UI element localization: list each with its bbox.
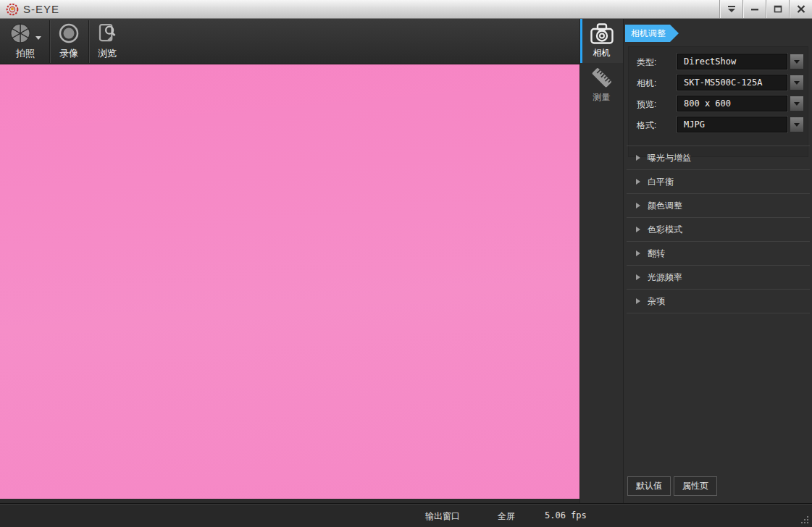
section-label: 光源频率 — [648, 266, 682, 289]
status-fullscreen[interactable]: 全屏 — [498, 510, 515, 523]
field-row-type: 类型: DirectShow — [624, 54, 812, 69]
ruler-icon — [589, 66, 615, 90]
minimize-icon — [750, 6, 759, 13]
section-color-mode[interactable]: 色彩模式 — [627, 217, 810, 241]
camera-field-label: 相机: — [637, 77, 656, 90]
capture-dropdown-arrow-icon[interactable] — [35, 36, 41, 40]
chevron-right-icon — [636, 155, 640, 161]
maximize-button[interactable] — [766, 0, 789, 18]
type-field-label: 类型: — [637, 56, 656, 69]
section-flip[interactable]: 翻转 — [627, 241, 810, 265]
window-menu-button[interactable] — [719, 0, 742, 18]
close-icon — [797, 5, 805, 13]
camera-dropdown-value: SKT-MS500C-125A — [678, 75, 787, 90]
capture-button[interactable]: 拍照 — [4, 21, 47, 62]
tab-camera-label: 相机 — [580, 47, 623, 59]
chevron-right-icon — [636, 203, 640, 208]
section-label: 翻转 — [648, 242, 665, 265]
chevron-right-icon — [636, 179, 640, 185]
section-color-adjust[interactable]: 颜色调整 — [627, 193, 810, 217]
tab-camera[interactable]: 相机 — [580, 19, 623, 63]
section-label: 色彩模式 — [648, 218, 682, 241]
app-window: { "window": { "title": "S-EYE", "control… — [0, 0, 812, 527]
toolbar-separator — [49, 20, 50, 63]
capture-button-label: 拍照 — [4, 47, 47, 60]
tab-measure[interactable]: 测量 — [580, 63, 623, 107]
statusbar: 输出窗口 全屏 5.06 fps — [0, 503, 812, 527]
browse-button-label: 浏览 — [89, 47, 125, 60]
field-row-format: 格式: MJPG — [624, 117, 812, 132]
side-tabstrip: 相机 测量 — [579, 19, 623, 503]
camera-preview — [0, 64, 579, 499]
field-row-camera: 相机: SKT-MS500C-125A — [624, 75, 812, 90]
camera-dropdown[interactable]: SKT-MS500C-125A — [677, 75, 787, 90]
section-label: 曝光与增益 — [648, 146, 691, 169]
resolution-dropdown[interactable]: 800 x 600 — [677, 96, 787, 111]
field-row-resolution: 预览: 800 x 600 — [624, 96, 812, 111]
chevron-right-icon — [636, 250, 640, 256]
settings-panel: 相机调整 类型: DirectShow 相机: SKT-MS500C-125A … — [623, 19, 812, 503]
format-field-label: 格式: — [637, 119, 656, 132]
window-controls — [719, 0, 812, 18]
defaults-button[interactable]: 默认值 — [627, 476, 671, 496]
chevron-right-icon — [636, 298, 640, 304]
type-dropdown[interactable]: DirectShow — [677, 54, 787, 69]
section-label: 杂项 — [648, 290, 665, 313]
app-logo-icon — [6, 3, 19, 16]
record-button-label: 录像 — [51, 47, 87, 60]
status-fps: 5.06 fps — [545, 510, 587, 520]
format-dropdown-value: MJPG — [678, 117, 787, 132]
window-title: S-EYE — [23, 0, 59, 18]
type-dropdown-arrow-button[interactable] — [790, 54, 804, 69]
aperture-icon — [9, 22, 31, 44]
resolution-dropdown-value: 800 x 600 — [678, 96, 787, 111]
properties-button[interactable]: 属性页 — [674, 476, 717, 496]
panel-header-banner: 相机调整 — [625, 25, 670, 42]
minimize-button[interactable] — [742, 0, 766, 18]
format-dropdown-arrow-button[interactable] — [790, 117, 804, 132]
close-button[interactable] — [789, 0, 812, 18]
chevron-right-icon — [636, 274, 640, 280]
window-titlebar[interactable]: S-EYE — [0, 0, 812, 19]
record-button[interactable]: 录像 — [51, 21, 87, 62]
browse-icon — [96, 22, 118, 44]
section-light-frequency[interactable]: 光源频率 — [627, 265, 810, 289]
camera-dropdown-arrow-button[interactable] — [790, 75, 804, 90]
format-dropdown[interactable]: MJPG — [677, 117, 787, 132]
browse-button[interactable]: 浏览 — [89, 21, 125, 62]
chevron-right-icon — [636, 227, 640, 232]
section-misc[interactable]: 杂项 — [627, 289, 810, 313]
resolution-dropdown-arrow-button[interactable] — [790, 96, 804, 111]
status-output-window[interactable]: 输出窗口 — [425, 510, 460, 523]
type-dropdown-value: DirectShow — [678, 54, 787, 69]
section-white-balance[interactable]: 白平衡 — [627, 169, 810, 193]
record-icon — [58, 22, 80, 44]
section-divider — [627, 313, 810, 313]
section-label: 颜色调整 — [648, 194, 682, 217]
toolbar: 拍照 录像 浏览 — [0, 19, 579, 64]
resize-grip[interactable] — [807, 522, 808, 523]
camera-icon — [590, 22, 614, 46]
resolution-field-label: 预览: — [637, 98, 656, 111]
menu-arrow-icon — [727, 6, 736, 13]
section-exposure-gain[interactable]: 曝光与增益 — [627, 146, 810, 169]
section-label: 白平衡 — [648, 170, 674, 193]
maximize-icon — [774, 5, 782, 13]
tab-measure-label: 测量 — [580, 91, 623, 104]
